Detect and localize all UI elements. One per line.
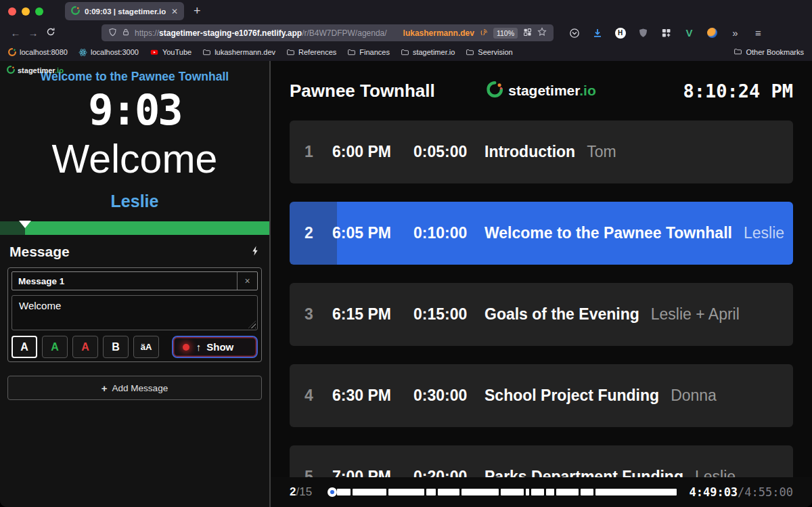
pocket-icon[interactable] <box>568 27 580 39</box>
overflow-icon[interactable]: » <box>729 27 741 39</box>
shield-icon[interactable] <box>108 28 117 39</box>
agenda-header: Pawnee Townhall stagetimer.io 8:10:24 PM <box>271 61 812 120</box>
bookmark-item[interactable]: localhost:3000 <box>78 48 139 57</box>
format-autosize-button[interactable]: äA <box>133 336 159 358</box>
tab-bar: 0:09:03 | stagetimer.io ✕ + <box>0 0 812 22</box>
bookmark-label: YouTube <box>162 48 191 56</box>
other-bookmarks-button[interactable]: Other Bookmarks <box>734 47 804 57</box>
url-bar[interactable]: https://stagetimer-staging-e1076f.netlif… <box>102 24 554 41</box>
vue-devtools-icon[interactable]: V <box>683 27 695 39</box>
new-tab-button[interactable]: + <box>194 4 201 18</box>
timeline-segment <box>461 489 498 495</box>
extensions-icon[interactable] <box>660 27 672 39</box>
row-start-time: 6:30 PM <box>332 387 413 405</box>
app-content: stagetimer.io Welcome to the Pawnee Town… <box>0 61 812 507</box>
total-time: /4:55:00 <box>738 485 793 499</box>
message-textarea[interactable]: Welcome <box>12 295 258 330</box>
show-button-label: Show <box>206 341 233 353</box>
stagetimer-spinner-icon <box>7 64 15 76</box>
row-title: Welcome to the Pawnee Townhall <box>484 224 732 242</box>
extension-h-icon[interactable]: H <box>614 27 626 39</box>
browser-tab[interactable]: 0:09:03 | stagetimer.io ✕ <box>65 2 184 20</box>
lightning-icon[interactable] <box>250 245 260 259</box>
timeline-knob[interactable] <box>328 487 337 497</box>
row-start-time: 6:05 PM <box>332 224 413 242</box>
folder-icon <box>734 47 742 57</box>
show-message-button[interactable]: ↑ Show <box>172 336 258 358</box>
zoom-level-badge[interactable]: 110% <box>493 28 518 39</box>
agenda-row[interactable]: 16:00 PM0:05:00IntroductionTom <box>290 120 793 183</box>
bookmark-item[interactable]: YouTube <box>150 48 191 56</box>
row-duration: 0:10:00 <box>413 224 484 242</box>
bookmark-item[interactable]: Seervision <box>466 48 512 56</box>
message-title-input[interactable]: Message 1 <box>12 272 237 290</box>
fingerprint-icon <box>480 28 488 39</box>
stagetimer-spinner-icon <box>487 81 503 100</box>
row-title: Parks Department Funding <box>484 468 683 477</box>
bookmark-label: localhost:3000 <box>91 48 139 56</box>
bookmark-item[interactable]: stagetimer.io <box>401 48 455 56</box>
timeline-segment <box>526 489 529 495</box>
stagetimer-logo-small: stagetimer.io <box>7 64 64 76</box>
row-title: Goals of the Evening <box>484 305 639 324</box>
extension-shield-icon[interactable] <box>637 27 649 39</box>
timeline-slider[interactable] <box>328 485 677 500</box>
bookmarks-bar: localhost:8080localhost:3000YouTubelukas… <box>0 43 812 61</box>
agenda-row[interactable]: 26:05 PM0:10:00Welcome to the Pawnee Tow… <box>290 202 793 265</box>
window-controls <box>8 7 43 16</box>
add-message-button[interactable]: + Add Message <box>7 376 262 400</box>
bookmark-label: Finances <box>359 48 390 56</box>
format-red-button[interactable]: A <box>72 336 98 358</box>
agenda-row[interactable]: 57:00 PM0:20:00Parks Department FundingL… <box>290 445 793 477</box>
bookmark-item[interactable]: localhost:8080 <box>8 48 68 56</box>
close-icon[interactable]: × <box>237 272 257 290</box>
row-start-time: 6:15 PM <box>332 305 413 324</box>
agenda-list: 16:00 PM0:05:00IntroductionTom26:05 PM0:… <box>271 120 812 477</box>
agenda-panel: Pawnee Townhall stagetimer.io 8:10:24 PM… <box>271 61 812 507</box>
timeline-segment <box>388 489 424 495</box>
tab-close-icon[interactable]: ✕ <box>171 7 178 16</box>
back-icon[interactable]: ← <box>7 27 24 39</box>
bookmark-label: localhost:8080 <box>20 48 68 56</box>
close-window-button[interactable] <box>8 7 16 16</box>
toolbar-extensions: H V » ≡ <box>568 27 764 39</box>
folder-icon <box>401 48 409 56</box>
agenda-row[interactable]: 36:15 PM0:15:00Goals of the EveningLesli… <box>290 283 793 346</box>
row-start-time: 6:00 PM <box>332 143 413 161</box>
lock-icon[interactable] <box>122 28 130 39</box>
agenda-row[interactable]: 46:30 PM0:30:00School Project FundingDon… <box>290 364 793 427</box>
reload-icon[interactable] <box>42 27 60 39</box>
bookmark-label: lukashermann.dev <box>215 48 275 56</box>
logo-tld: .io <box>579 83 596 98</box>
menu-icon[interactable]: ≡ <box>752 27 764 39</box>
row-speaker: Tom <box>587 143 616 161</box>
containers-grid-icon[interactable] <box>523 28 532 39</box>
stagetimer-spinner-icon <box>71 5 80 18</box>
downloads-icon[interactable] <box>591 27 603 39</box>
react-icon <box>78 48 87 57</box>
star-icon[interactable] <box>537 27 547 39</box>
format-green-button[interactable]: A <box>42 336 68 358</box>
row-duration: 0:30:00 <box>413 387 484 405</box>
timeline-segment <box>546 489 555 495</box>
arrow-up-icon: ↑ <box>196 341 202 353</box>
format-bold-button[interactable]: B <box>103 336 129 358</box>
browser-window: 0:09:03 | stagetimer.io ✕ + ← → https://… <box>0 0 812 507</box>
timeline-segment <box>581 489 593 495</box>
bookmark-item[interactable]: lukashermann.dev <box>202 48 275 56</box>
profile-icon[interactable] <box>706 27 718 39</box>
row-speaker: Leslie <box>695 468 736 477</box>
viewer-panel: stagetimer.io Welcome to the Pawnee Town… <box>0 61 269 507</box>
folder-icon <box>286 48 295 56</box>
zoom-window-button[interactable] <box>35 7 43 16</box>
url-text: https://stagetimer-staging-e1076f.netlif… <box>135 28 387 38</box>
bookmark-item[interactable]: References <box>286 48 336 56</box>
minimize-window-button[interactable] <box>22 7 30 16</box>
countdown-timer: 9:03 <box>0 85 269 135</box>
row-index: 1 <box>304 143 332 161</box>
forward-icon[interactable]: → <box>24 27 42 39</box>
bookmark-label: Seervision <box>478 48 512 56</box>
bookmark-item[interactable]: Finances <box>347 48 390 56</box>
format-white-button[interactable]: A <box>12 336 37 358</box>
url-host: stagetimer-staging-e1076f.netlify.app <box>159 28 302 38</box>
